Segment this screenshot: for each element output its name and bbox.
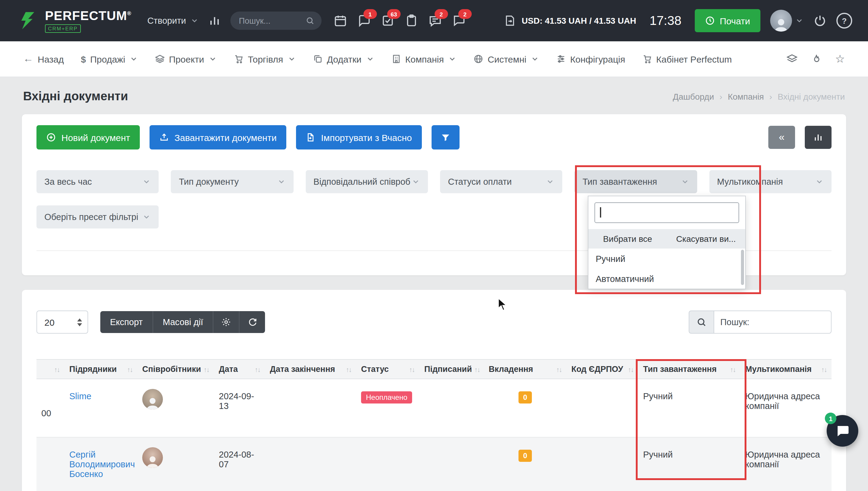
nav-item-configuration[interactable]: Конфігурація [556, 54, 625, 64]
contractor-link[interactable]: Slime [69, 391, 91, 401]
collapse-panel-button[interactable]: « [768, 126, 795, 149]
breadcrumb-company[interactable]: Компанія [728, 91, 764, 101]
messages-icon[interactable]: 2 [429, 14, 442, 27]
nav-item-projects[interactable]: Проекти [155, 54, 217, 64]
global-search-input[interactable] [238, 16, 301, 26]
employee-avatar[interactable] [142, 447, 163, 468]
filter-responsible[interactable]: Відповідальний співроб [306, 170, 428, 193]
table-search: Пошук: [689, 311, 832, 334]
flame-icon[interactable] [811, 54, 822, 64]
tasks-icon[interactable]: 63 [381, 14, 395, 27]
col-status[interactable]: Статус↑↓ [356, 359, 419, 379]
sort-icon[interactable]: ↑↓ [409, 366, 414, 373]
col-end-date[interactable]: Дата закінчення↑↓ [265, 359, 356, 379]
sort-icon[interactable]: ↑↓ [821, 366, 827, 373]
table-search-input[interactable]: Пошук: [714, 311, 832, 334]
dropdown-search-input[interactable] [595, 202, 739, 223]
col-attachments[interactable]: Вкладення↑↓ [484, 359, 567, 379]
sort-icon[interactable]: ↑↓ [127, 366, 133, 373]
sort-icon[interactable]: ↑↓ [556, 366, 562, 373]
chevron-down-icon [531, 55, 539, 63]
clock-time: 17:38 [649, 13, 682, 28]
deselect-all-button[interactable]: Скасувати ви... [667, 234, 745, 244]
attachments-badge[interactable]: 0 [518, 391, 532, 404]
nav-item-cabinet[interactable]: Кабінет Perfectum [642, 54, 732, 64]
bulk-actions-button[interactable]: Масові дії [153, 311, 213, 333]
new-document-button[interactable]: Новий документ [36, 125, 140, 149]
chevron-down-icon [815, 177, 823, 186]
start-timer-button[interactable]: Почати [695, 9, 760, 32]
breadcrumb-dashboards[interactable]: Дашборди [673, 91, 714, 101]
user-menu[interactable] [770, 10, 804, 32]
sort-icon[interactable]: ↑↓ [255, 366, 260, 373]
filter-upload-type-label: Тип завантаження [583, 177, 657, 186]
filter-preset[interactable]: Оберіть пресет фільтрі [36, 205, 158, 229]
comments-icon[interactable]: 2 [452, 14, 466, 27]
sort-icon[interactable]: ↑↓ [474, 366, 480, 373]
settings-button[interactable] [213, 311, 239, 333]
back-button[interactable]: ← Назад [23, 53, 64, 65]
help-icon[interactable]: ? [836, 13, 852, 29]
col-upload-type[interactable]: Тип завантаження↑↓ [638, 359, 740, 379]
currency-widget[interactable]: USD: 41.53 UAH / 41.53 UAH [504, 15, 636, 27]
table-header-row: ↑↓ Підрядники↑↓ Співробітники↑↓ Дата↑↓ Д… [36, 359, 832, 379]
import-vchasno-button[interactable]: Імпортувати з Вчасно [296, 125, 422, 149]
filter-multicompany[interactable]: Мультикомпанія [709, 170, 832, 193]
filter-period[interactable]: За весь час [36, 170, 159, 193]
dollar-icon: $ [81, 54, 86, 64]
page-size-select[interactable]: 20 [36, 311, 88, 334]
col-edrpou[interactable]: Код ЄДРПОУ↑↓ [567, 359, 638, 379]
sort-icon[interactable]: ↑↓ [628, 366, 633, 373]
sort-icon[interactable]: ↑↓ [346, 366, 351, 373]
currency-rate: USD: 41.53 UAH / 41.53 UAH [522, 16, 636, 26]
table-row[interactable]: Сергій Володимирович Босенко 2024-08-07 … [36, 437, 832, 491]
table-search-button[interactable] [689, 311, 714, 334]
nav-item-company[interactable]: Компанія [391, 54, 457, 64]
col-multicompany[interactable]: Мультикомпанія↑↓ [740, 359, 832, 379]
stack-icon[interactable] [786, 54, 798, 64]
col-employees[interactable]: Співробітники↑↓ [137, 359, 214, 379]
col-date[interactable]: Дата↑↓ [214, 359, 265, 379]
brand-subtitle: CRM+ERP [45, 24, 81, 32]
table-row[interactable]: 00 Slime 2024-09-13 Неоплачено 0 Ручний … [36, 379, 832, 437]
nav-item-trade[interactable]: Торгівля [234, 54, 296, 64]
employee-avatar[interactable] [142, 389, 163, 410]
col-signed[interactable]: Підписаний↑↓ [419, 359, 484, 379]
filter-payment-status[interactable]: Статуси оплати [440, 170, 562, 193]
star-icon[interactable]: ☆ [835, 54, 845, 64]
help-glyph: ? [842, 16, 847, 25]
upload-documents-button[interactable]: Завантажити документи [149, 125, 286, 149]
create-menu[interactable]: Створити [147, 16, 199, 26]
chart-view-button[interactable] [805, 126, 832, 149]
logout-icon[interactable] [813, 14, 827, 27]
export-button[interactable]: Експорт [100, 311, 153, 333]
brand-logo[interactable]: PERFECTUM® CRM+ERP [16, 9, 132, 32]
stats-icon[interactable] [208, 15, 221, 27]
calendar-icon[interactable] [334, 14, 347, 27]
contractor-link[interactable]: Сергій Володимирович Босенко [69, 450, 135, 479]
filter-upload-type[interactable]: Тип завантаження [575, 170, 697, 193]
main-nav: ← Назад $ Продажі Проекти Торгівля Додат… [0, 41, 868, 77]
nav-label: Кабінет Perfectum [656, 54, 732, 64]
sort-icon[interactable]: ↑↓ [54, 366, 60, 373]
filter-doc-type[interactable]: Тип документу [171, 170, 294, 193]
chat-fab[interactable]: 1 [827, 415, 858, 446]
nav-item-apps[interactable]: Додатки [313, 54, 374, 64]
select-all-button[interactable]: Вибрати все [588, 234, 667, 244]
col-contractors[interactable]: Підрядники↑↓ [64, 359, 137, 379]
nav-item-sales[interactable]: $ Продажі [81, 54, 138, 64]
dropdown-option-manual[interactable]: Ручний [588, 249, 745, 268]
sort-icon[interactable]: ↑↓ [730, 366, 735, 373]
attachments-badge[interactable]: 0 [518, 450, 532, 462]
chat-icon[interactable]: 1 [357, 14, 371, 27]
nav-item-system[interactable]: Системні [474, 54, 539, 64]
dropdown-option-automatic[interactable]: Автоматичний [588, 268, 745, 289]
refresh-button[interactable] [239, 311, 265, 333]
sort-icon[interactable]: ↑↓ [204, 366, 209, 373]
clipboard-icon[interactable] [405, 14, 418, 27]
filter-button[interactable] [431, 125, 459, 149]
dropdown-scrollbar[interactable] [741, 250, 744, 285]
global-search[interactable] [230, 11, 322, 30]
table-search-text: Пошук: [720, 317, 750, 327]
copy-icon [313, 54, 322, 64]
